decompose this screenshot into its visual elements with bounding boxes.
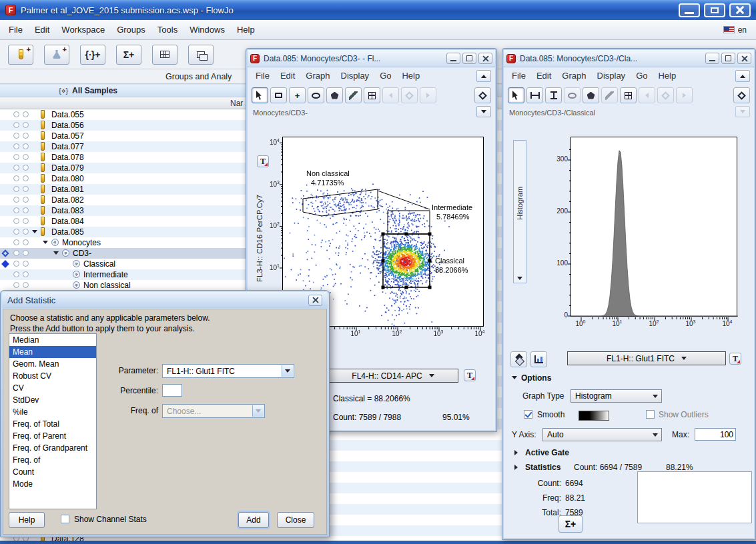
gate-navigator-button[interactable] — [733, 87, 750, 103]
statistic-option-median[interactable]: Median — [9, 334, 96, 346]
main-menu-edit[interactable]: Edit — [29, 21, 55, 39]
expand-panel-button[interactable] — [476, 106, 491, 117]
x-axis-text-options-button[interactable]: T — [729, 353, 741, 365]
tree-row-data-055[interactable]: Data.055 — [0, 109, 246, 120]
tree-row-data-085[interactable]: Data.085 — [0, 227, 246, 237]
gate-layers-button[interactable] — [510, 351, 527, 367]
add-button[interactable]: Add — [238, 512, 269, 528]
active-gate-header[interactable]: Active Gate — [525, 448, 569, 457]
options-header[interactable]: Options — [521, 373, 551, 383]
statistic-option-freq-of[interactable]: Freq. of — [9, 454, 96, 466]
close-button[interactable] — [478, 53, 492, 64]
quad-divider-tool[interactable] — [620, 87, 637, 103]
tree-row-data-080[interactable]: Data.080 — [0, 173, 246, 184]
scatter-window-titlebar[interactable]: F Data.085: Monocytes/CD3- - Fl... — [248, 50, 495, 67]
help-button[interactable]: Help — [9, 512, 45, 528]
statistic-option-stddev[interactable]: StdDev — [9, 394, 96, 406]
freehand-gate-tool[interactable] — [345, 87, 362, 103]
polygon-gate-tool[interactable] — [583, 87, 599, 103]
close-button[interactable] — [737, 53, 751, 64]
statistic-option-count[interactable]: Count — [9, 466, 96, 478]
active-gate-collapsed-icon[interactable] — [514, 450, 518, 455]
scatter-menu-graph[interactable]: Graph — [300, 67, 335, 85]
histogram-plot-area[interactable] — [571, 137, 737, 317]
select-tool[interactable] — [252, 87, 268, 103]
maximize-button[interactable] — [462, 53, 476, 64]
bisector-gate-tool[interactable] — [545, 87, 562, 103]
rectangle-gate-tool[interactable] — [270, 87, 287, 103]
tree-row-non-classical[interactable]: Non classical — [0, 280, 246, 291]
graph-settings-button[interactable] — [530, 351, 547, 367]
statistics-list-box[interactable] — [637, 471, 752, 523]
main-menu-tools[interactable]: Tools — [151, 21, 183, 39]
y-axis-text-options-button[interactable]: T — [257, 155, 269, 167]
x-parameter-dropdown[interactable]: FL4-H:: CD14- APC — [328, 369, 458, 383]
gate-label-classical[interactable]: Classical — [435, 257, 464, 265]
parameter-dropdown[interactable]: FL1-H:: Glut1 FITC — [162, 364, 294, 378]
tree-row-data-078[interactable]: Data.078 — [0, 152, 246, 163]
main-menu-file[interactable]: File — [3, 21, 29, 39]
scatter-menu-edit[interactable]: Edit — [275, 67, 300, 85]
table-editor-button[interactable] — [152, 45, 177, 65]
quadrant-gate-tool[interactable]: + — [289, 87, 306, 103]
tree-row-cd3-[interactable]: CD3- — [0, 248, 246, 259]
main-titlebar[interactable]: F Palmer et al_JOVE_2015 submission.acs.… — [0, 0, 756, 20]
main-menu-workspace[interactable]: Workspace — [55, 21, 111, 39]
dialog-titlebar[interactable]: Add Statistic — [2, 292, 328, 308]
minimize-button[interactable] — [446, 53, 460, 64]
max-input[interactable] — [695, 428, 736, 441]
color-gradient-swatch[interactable] — [579, 411, 609, 421]
tree-row-data-079[interactable]: Data.079 — [0, 163, 246, 173]
main-menu-windows[interactable]: Windows — [183, 21, 231, 39]
close-button[interactable]: Close — [277, 512, 314, 528]
tree-row-monocytes[interactable]: Monocytes — [0, 237, 246, 248]
statistic-option-mean[interactable]: Mean — [9, 346, 96, 358]
histogram-menu-help[interactable]: Help — [653, 67, 681, 85]
histogram-menu-file[interactable]: File — [506, 67, 531, 85]
scatter-menu-file[interactable]: File — [250, 67, 275, 85]
graph-type-select[interactable]: Histogram — [571, 389, 662, 403]
dropdown-button[interactable] — [282, 365, 293, 377]
histogram-menu-graph[interactable]: Graph — [556, 67, 591, 85]
layout-editor-button[interactable] — [188, 45, 214, 65]
histogram-menu-go[interactable]: Go — [631, 67, 653, 85]
ellipse-gate-tool[interactable] — [308, 87, 324, 103]
smooth-checkbox[interactable] — [524, 410, 532, 419]
gate-label-intermediate[interactable]: Intermediate — [432, 203, 472, 211]
tree-row-data-077[interactable]: Data.077 — [0, 141, 246, 152]
polygon-gate-tool[interactable] — [326, 87, 343, 103]
new-tube-button[interactable]: + — [8, 45, 33, 65]
show-outliers-checkbox[interactable] — [646, 410, 655, 419]
dialog-close-button[interactable] — [308, 295, 322, 306]
x-axis-text-options-button[interactable]: T — [464, 369, 476, 381]
collapse-panel-button[interactable] — [476, 70, 491, 82]
tree-row-data-056[interactable]: Data.056 — [0, 120, 246, 131]
scatter-menu-display[interactable]: Display — [336, 67, 375, 85]
add-keyword-button[interactable]: {∙}+ — [80, 45, 105, 65]
minimize-button[interactable] — [679, 3, 700, 17]
expand-arrow-icon[interactable] — [53, 251, 59, 255]
gate-navigator-button[interactable] — [474, 87, 491, 103]
statistic-option-freq-of-grandparent[interactable]: Freq. of Grandparent — [9, 442, 96, 454]
close-button[interactable] — [729, 3, 751, 17]
statistic-option-freq-of-total[interactable]: Freq. of Total — [9, 418, 96, 430]
maximize-button[interactable] — [704, 3, 725, 17]
new-group-button[interactable]: + — [44, 45, 69, 65]
y-axis-select[interactable]: Auto — [542, 428, 662, 441]
statistics-header[interactable]: Statistics — [525, 463, 560, 472]
scatter-menu-help[interactable]: Help — [396, 67, 425, 85]
expand-arrow-icon[interactable] — [43, 241, 48, 244]
add-statistic-button[interactable]: Σ+ — [558, 515, 583, 533]
main-menu-groups[interactable]: Groups — [111, 21, 151, 39]
statistic-option-mode[interactable]: Mode — [9, 478, 96, 490]
x-parameter-dropdown[interactable]: FL1-H:: Glut1 FITC — [567, 351, 726, 365]
tree-row-data-057[interactable]: Data.057 — [0, 131, 246, 141]
show-channel-stats-checkbox[interactable] — [61, 515, 69, 523]
tree-row-intermediate[interactable]: Intermediate — [0, 269, 246, 280]
options-expanded-icon[interactable] — [512, 376, 517, 379]
percentile-input[interactable] — [162, 384, 182, 397]
range-gate-tool[interactable] — [526, 87, 543, 103]
select-tool[interactable] — [508, 87, 524, 103]
scatter-menu-go[interactable]: Go — [374, 67, 396, 85]
tree-row-data-081[interactable]: Data.081 — [0, 184, 246, 195]
